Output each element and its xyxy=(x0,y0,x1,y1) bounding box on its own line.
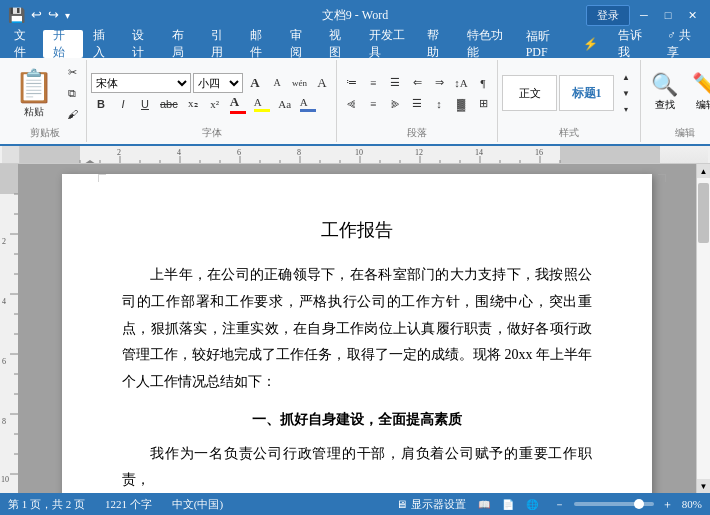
font-shrink-button[interactable]: A xyxy=(267,73,287,93)
format-paint-button[interactable]: 🖌 xyxy=(62,104,82,124)
page-info: 第 1 页，共 2 页 xyxy=(8,497,85,512)
styles-scroll-up[interactable]: ▲ xyxy=(616,71,636,83)
line-spacing-button[interactable]: ↕ xyxy=(429,94,449,114)
highlight-button[interactable]: A xyxy=(251,94,273,114)
font-grow-button[interactable]: A xyxy=(245,73,265,93)
font-size-select[interactable]: 小四 xyxy=(193,73,243,93)
justify-button[interactable]: ☰ xyxy=(407,94,427,114)
increase-indent-button[interactable]: ⇒ xyxy=(429,73,449,93)
menu-references[interactable]: 引用 xyxy=(201,30,240,58)
menu-help[interactable]: 帮助 xyxy=(417,30,456,58)
show-para-button[interactable]: ¶ xyxy=(473,73,493,93)
zoom-in-button[interactable]: ＋ xyxy=(658,494,678,514)
document-section-1-title: 一、抓好自身建设，全面提高素质 xyxy=(122,407,592,432)
case-button[interactable]: Aa xyxy=(275,94,295,114)
doc-title: 文档9 - Word xyxy=(322,7,388,24)
font-name-select[interactable]: 宋体 xyxy=(91,73,191,93)
document-page[interactable]: 工作报告 上半年，在公司的正确领导下，在各科室部门的大力支持下，我按照公司的工作… xyxy=(62,174,652,493)
display-icon: 🖥 xyxy=(396,498,407,510)
title-bar: 💾 ↩ ↪ ▾ 文档9 - Word 登录 ─ □ ✕ xyxy=(0,0,710,30)
menu-design[interactable]: 设计 xyxy=(122,30,161,58)
clear-format-button[interactable]: A xyxy=(312,73,332,93)
menu-layout[interactable]: 布局 xyxy=(162,30,201,58)
title-bar-left: 💾 ↩ ↪ ▾ xyxy=(8,7,70,24)
view-print-button[interactable]: 📄 xyxy=(498,494,518,514)
menu-home[interactable]: 开始 xyxy=(43,30,82,58)
editing-button[interactable]: ✏️ 编辑 xyxy=(686,70,710,116)
customize-icon[interactable]: ▾ xyxy=(65,10,70,21)
ribbon-group-clipboard: 📋 粘贴 ✂ ⧉ 🖌 剪贴板 xyxy=(4,60,87,142)
menu-features[interactable]: 特色功能 xyxy=(457,30,516,58)
shading-button[interactable]: ▓ xyxy=(451,94,471,114)
redo-icon[interactable]: ↪ xyxy=(48,7,59,23)
bold-button[interactable]: B xyxy=(91,94,111,114)
paragraph-label: 段落 xyxy=(341,124,493,140)
borders-button[interactable]: ⊞ xyxy=(473,94,493,114)
display-settings[interactable]: 🖥 显示器设置 xyxy=(396,497,466,512)
editing-label: 编辑 xyxy=(696,98,711,112)
minimize-button[interactable]: ─ xyxy=(634,5,654,25)
undo-icon[interactable]: ↩ xyxy=(31,7,42,23)
menu-mail[interactable]: 邮件 xyxy=(240,30,279,58)
align-right-button[interactable]: ⫸ xyxy=(385,94,405,114)
menu-lightning[interactable]: ⚡ xyxy=(573,30,608,58)
vertical-ruler: 2 4 6 8 10 xyxy=(0,164,18,493)
menu-insert[interactable]: 插入 xyxy=(83,30,122,58)
style-heading1[interactable]: 标题1 xyxy=(559,75,614,111)
decrease-indent-button[interactable]: ⇐ xyxy=(407,73,427,93)
zoom-value: 80% xyxy=(682,498,702,510)
font-color-button[interactable]: A xyxy=(227,94,249,114)
menu-share[interactable]: ♂ 共享 xyxy=(657,30,706,58)
find-icon: 🔍 xyxy=(651,74,678,96)
ruler-corner[interactable] xyxy=(2,146,20,164)
login-button[interactable]: 登录 xyxy=(586,5,630,26)
find-button[interactable]: 🔍 查找 xyxy=(645,70,684,116)
menu-tell-me[interactable]: 告诉我 xyxy=(608,30,657,58)
style-normal[interactable]: 正文 xyxy=(502,75,557,111)
view-read-button[interactable]: 📖 xyxy=(474,494,494,514)
vertical-scrollbar[interactable]: ▲ ▼ xyxy=(696,164,710,493)
italic-button[interactable]: I xyxy=(113,94,133,114)
styles-scroll-down[interactable]: ▼ xyxy=(616,87,636,99)
zoom-slider[interactable] xyxy=(574,502,654,506)
svg-text:14: 14 xyxy=(475,148,483,157)
menu-developer[interactable]: 开发工具 xyxy=(359,30,418,58)
sort-button[interactable]: ↕A xyxy=(451,73,471,93)
bullets-button[interactable]: ≔ xyxy=(341,73,361,93)
wen-button[interactable]: wén xyxy=(289,73,310,93)
subscript-button[interactable]: x₂ xyxy=(183,94,203,114)
font-color2-button[interactable]: A xyxy=(297,94,319,114)
editing-label: 编辑 xyxy=(645,124,710,140)
ribbon-group-font: 宋体 小四 A A wén A B I U abc xyxy=(87,60,337,142)
copy-button[interactable]: ⧉ xyxy=(62,83,82,103)
scroll-track[interactable] xyxy=(697,178,710,479)
align-center-button[interactable]: ≡ xyxy=(363,94,383,114)
menu-file[interactable]: 文件 xyxy=(4,30,43,58)
close-button[interactable]: ✕ xyxy=(682,5,702,25)
superscript-button[interactable]: x² xyxy=(205,94,225,114)
styles-more[interactable]: ▾ xyxy=(616,103,636,115)
zoom-out-button[interactable]: － xyxy=(550,494,570,514)
svg-text:10: 10 xyxy=(1,475,9,484)
underline-button[interactable]: U xyxy=(135,94,155,114)
view-web-button[interactable]: 🌐 xyxy=(522,494,542,514)
numbering-button[interactable]: ≡ xyxy=(363,73,383,93)
paste-button[interactable]: 📋 粘贴 xyxy=(8,63,60,123)
word-count-text: 1221 个字 xyxy=(105,497,152,512)
menu-review[interactable]: 审阅 xyxy=(280,30,319,58)
align-left-button[interactable]: ⫷ xyxy=(341,94,361,114)
menu-foxitpdf[interactable]: 福昕PDF xyxy=(516,30,573,58)
menu-view[interactable]: 视图 xyxy=(319,30,358,58)
scroll-thumb[interactable] xyxy=(698,183,709,243)
paste-label: 粘贴 xyxy=(24,105,44,119)
save-icon[interactable]: 💾 xyxy=(8,7,25,24)
multilevel-button[interactable]: ☰ xyxy=(385,73,405,93)
maximize-button[interactable]: □ xyxy=(658,5,678,25)
editing-icon: ✏️ xyxy=(692,74,710,96)
strikethrough-button[interactable]: abc xyxy=(157,94,181,114)
zoom-thumb[interactable] xyxy=(634,499,644,509)
cut-button[interactable]: ✂ xyxy=(62,62,82,82)
style-normal-label: 正文 xyxy=(519,86,541,101)
scroll-up-button[interactable]: ▲ xyxy=(697,164,710,178)
scroll-down-button[interactable]: ▼ xyxy=(697,479,710,493)
